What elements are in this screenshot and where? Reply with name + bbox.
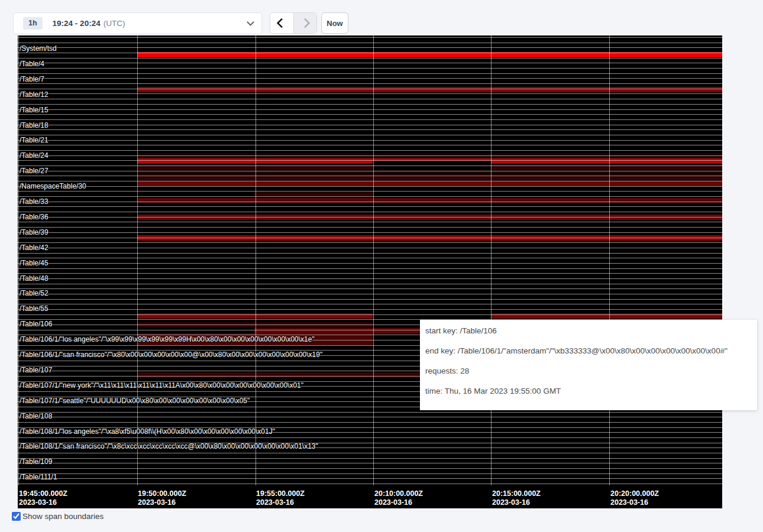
x-axis-date-label: 2023-03-16 [138, 498, 176, 507]
x-axis-time-label: 20:15:00.000Z [492, 489, 541, 498]
span-boundary-line [18, 473, 722, 474]
time-window-nav-group [270, 12, 317, 34]
span-boundary-line [18, 278, 722, 279]
show-span-boundaries-checkbox[interactable] [12, 512, 21, 521]
chevron-left-icon [277, 18, 287, 28]
key-span-label: /Table/111/1 [20, 473, 57, 481]
next-time-window-button[interactable] [294, 13, 317, 33]
map-left-border [18, 35, 19, 485]
span-boundary-line [18, 114, 722, 115]
key-span-label: /Table/18 [20, 122, 49, 129]
heat-band[interactable] [137, 158, 373, 164]
time-window-range-label: 19:24 - 20:24 [53, 19, 101, 28]
key-span-label: /Table/15 [20, 106, 49, 114]
key-span-label: /System/tsd [20, 45, 57, 53]
span-boundary-line [18, 309, 722, 310]
span-boundary-line [18, 73, 722, 74]
span-boundary-line [18, 93, 722, 94]
heat-band[interactable] [137, 176, 722, 181]
time-gridline [256, 35, 256, 485]
span-boundary-line [18, 202, 722, 202]
span-boundary-line [18, 196, 722, 197]
key-span-label: /Table/45 [20, 259, 49, 267]
span-boundary-line [18, 150, 722, 151]
time-window-dropdown[interactable]: 1h 19:24 - 20:24 (UTC) [13, 12, 262, 34]
span-boundary-line [18, 119, 722, 120]
span-boundary-line [18, 484, 722, 484]
key-span-label: /Table/39 [20, 229, 49, 236]
key-span-label: /Table/106/1/"los angeles"/"\x99\x99\x99… [20, 336, 315, 343]
span-boundary-line [18, 160, 722, 161]
key-span-label: /NamespaceTable/30 [20, 183, 86, 190]
key-visualizer-heatmap[interactable]: /System/tsd/Table/4/Table/7/Table/12/Tab… [18, 35, 722, 508]
footer-controls: Show span boundaries [12, 512, 104, 521]
key-span-label: /Table/33 [20, 198, 49, 206]
key-span-label: /Table/106 [20, 320, 52, 328]
span-boundary-line [18, 129, 722, 130]
key-span-label: /Table/109 [20, 458, 52, 466]
x-axis-time-label: 19:45:00.000Z [19, 489, 67, 498]
span-boundary-line [18, 242, 722, 243]
tooltip-line: time: Thu, 16 Mar 2023 19:55:00 GMT [425, 387, 752, 395]
span-boundary-line [18, 166, 722, 166]
key-span-label: /Table/24 [20, 152, 49, 160]
tooltip-line: start key: /Table/106 [425, 327, 752, 335]
heat-band[interactable] [491, 158, 722, 164]
span-boundary-line [18, 99, 722, 99]
x-axis-time-label: 20:10:00.000Z [374, 489, 423, 498]
key-span-label: /Table/52 [20, 290, 49, 297]
span-boundary-line [18, 145, 722, 145]
span-boundary-line [18, 155, 722, 156]
key-span-label: /Table/4 [20, 60, 44, 68]
key-span-label: /Table/7 [20, 76, 44, 83]
span-boundary-line [18, 47, 722, 48]
span-boundary-line [18, 248, 722, 248]
key-span-label: /Table/107 [20, 366, 52, 374]
span-boundary-line [18, 468, 722, 469]
now-button[interactable]: Now [321, 12, 348, 34]
heat-band[interactable] [137, 198, 722, 203]
span-boundary-line [18, 238, 722, 238]
key-span-label: /Table/107/1/"new york"/"\x11\x11\x11\x1… [20, 382, 303, 390]
x-axis-time-label: 20:20:00.000Z [610, 489, 659, 498]
x-axis-time-label: 19:55:00.000Z [256, 489, 305, 498]
time-gridline [373, 35, 374, 485]
x-axis-date-label: 2023-03-16 [610, 498, 648, 507]
time-gridline [137, 35, 138, 485]
key-visualizer-page: { "toolbar": { "time_window_button": { "… [0, 0, 763, 532]
span-boundary-line [18, 478, 722, 479]
span-boundary-line [18, 186, 722, 187]
span-boundary-line [18, 104, 722, 105]
x-axis-date-label: 2023-03-16 [492, 498, 530, 507]
span-boundary-line [18, 181, 722, 181]
span-boundary-line [18, 294, 722, 294]
key-span-label: /Table/107/1/"seattle"/"UUUUUUD\x00\x80\… [20, 397, 250, 405]
span-boundary-line [18, 253, 722, 254]
span-boundary-line [18, 78, 722, 79]
x-axis-date-label: 2023-03-16 [256, 498, 294, 507]
span-boundary-line [18, 284, 722, 284]
prev-time-window-button[interactable] [270, 13, 294, 33]
x-axis-date-label: 2023-03-16 [374, 498, 412, 507]
chevron-right-icon [300, 18, 310, 28]
span-boundary-line [18, 412, 722, 413]
span-boundary-line [18, 453, 722, 453]
key-span-label: /Table/21 [20, 137, 49, 144]
heat-band[interactable] [254, 328, 421, 333]
x-axis-time-label: 19:50:00.000Z [138, 489, 186, 498]
heat-band[interactable] [137, 87, 722, 92]
key-span-label: /Table/108/1/"los angeles"/"\xa8\xf5\u00… [20, 428, 275, 436]
chevron-down-icon [247, 18, 254, 26]
span-boundary-line [18, 304, 722, 304]
tooltip-line: requests: 28 [425, 367, 752, 375]
span-boundary-line [18, 43, 722, 43]
key-span-label: /Table/106/1/"san francisco"/"\x80\x00\x… [20, 351, 322, 359]
span-boundary-line [18, 288, 722, 289]
show-span-boundaries-label: Show span boundaries [22, 512, 104, 521]
x-axis-date-label: 2023-03-16 [19, 498, 57, 507]
span-boundary-line [18, 135, 722, 135]
span-boundary-line [18, 53, 722, 53]
time-gridline [491, 35, 492, 485]
span-boundary-line [18, 437, 722, 438]
span-boundary-line [18, 458, 722, 459]
